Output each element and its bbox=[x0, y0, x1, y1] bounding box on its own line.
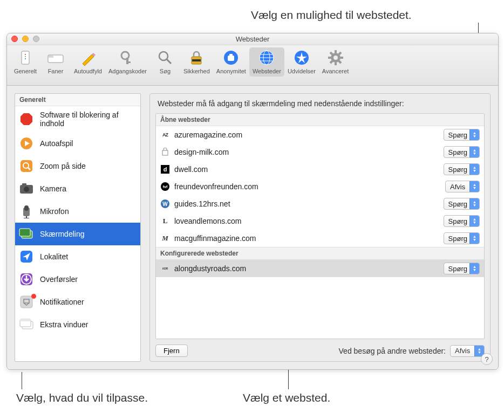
favicon-icon: M bbox=[160, 233, 170, 243]
sidebar-item-location[interactable]: Lokalitet bbox=[15, 245, 140, 268]
downloads-icon bbox=[18, 272, 35, 286]
svg-rect-44 bbox=[24, 205, 29, 211]
sidebar-item-zoom[interactable]: Zoom på side bbox=[15, 155, 140, 177]
site-name: guides.12hrs.net bbox=[174, 199, 439, 208]
toolbar-label: Udvidelser bbox=[288, 68, 316, 74]
svg-rect-37 bbox=[21, 160, 32, 172]
site-option-popup[interactable]: Spørg▲▼ bbox=[444, 215, 480, 227]
sidebar-item-stop[interactable]: Software til blokering af indhold bbox=[15, 106, 140, 132]
toolbar-item-passwords[interactable]: Adgangskoder bbox=[105, 47, 150, 77]
popup-arrows-icon: ▲▼ bbox=[469, 233, 479, 244]
sidebar-item-label: Ekstra vinduer bbox=[40, 320, 88, 329]
site-row[interactable]: AZazuremagazine.comSpørg▲▼ bbox=[156, 126, 484, 143]
callout-bottom-right: Vælg et websted. bbox=[243, 391, 330, 404]
toolbar-item-extensions[interactable]: Udvidelser bbox=[284, 47, 319, 77]
general-icon bbox=[16, 49, 35, 67]
search-icon bbox=[156, 49, 174, 67]
site-row[interactable]: Mmacguffinmagazine.comSpørg▲▼ bbox=[156, 230, 484, 247]
camera-icon bbox=[18, 182, 35, 196]
site-option-popup[interactable]: Spørg▲▼ bbox=[444, 198, 480, 210]
location-icon bbox=[18, 250, 35, 264]
sidebar-item-mic[interactable]: Mikrofon bbox=[15, 200, 140, 223]
popup-arrows-icon: ▲▼ bbox=[469, 216, 479, 226]
toolbar-label: Generelt bbox=[14, 68, 37, 74]
site-row[interactable]: design-milk.comSpørg▲▼ bbox=[156, 143, 484, 161]
maximize-icon[interactable] bbox=[33, 36, 39, 42]
site-row[interactable]: ADRalongdustyroads.comSpørg▲▼ bbox=[156, 260, 484, 277]
site-row[interactable]: fvffreundevonfreunden.comAfvis▲▼ bbox=[156, 178, 484, 195]
site-option-popup[interactable]: Spørg▲▼ bbox=[444, 129, 480, 141]
site-option-popup[interactable]: Spørg▲▼ bbox=[444, 263, 480, 274]
other-sites-popup[interactable]: Afvis ▲▼ bbox=[450, 345, 485, 357]
titlebar[interactable]: Websteder bbox=[7, 33, 498, 45]
help-button[interactable]: ? bbox=[481, 353, 493, 365]
open-sites-header: Åbne websteder bbox=[156, 114, 484, 126]
sidebar-item-camera[interactable]: Kamera bbox=[15, 177, 140, 200]
favicon-icon: fvf bbox=[160, 182, 170, 191]
minimize-icon[interactable] bbox=[22, 36, 29, 42]
site-row[interactable]: ddwell.comSpørg▲▼ bbox=[156, 161, 484, 178]
window-title: Websteder bbox=[236, 35, 270, 43]
sidebar-item-play[interactable]: Autoafspil bbox=[15, 132, 140, 155]
advanced-icon bbox=[326, 49, 345, 67]
toolbar-item-general[interactable]: Generelt bbox=[10, 47, 40, 77]
toolbar-item-advanced[interactable]: Avanceret bbox=[319, 47, 352, 77]
site-name: freundevonfreunden.com bbox=[174, 182, 441, 191]
sidebar-item-label: Skærmdeling bbox=[40, 230, 84, 238]
svg-line-33 bbox=[330, 61, 332, 63]
sidebar-item-notifications[interactable]: Notifikationer bbox=[15, 291, 140, 313]
configured-sites-header: Konfigurerede websteder bbox=[156, 247, 484, 260]
popup-arrows-icon: ▲▼ bbox=[469, 198, 479, 209]
play-icon bbox=[18, 136, 35, 150]
site-option-popup[interactable]: Afvis▲▼ bbox=[445, 181, 480, 192]
popup-label: Afvis bbox=[450, 183, 469, 191]
toolbar-item-autofill[interactable]: Autoudfyld bbox=[71, 47, 105, 77]
svg-rect-57 bbox=[162, 150, 168, 155]
site-option-popup[interactable]: Spørg▲▼ bbox=[444, 232, 480, 244]
favicon-icon: L bbox=[160, 216, 170, 226]
svg-rect-14 bbox=[228, 56, 234, 61]
toolbar-item-privacy[interactable]: Anonymitet bbox=[213, 47, 249, 77]
security-icon bbox=[187, 49, 206, 67]
site-row[interactable]: Wguides.12hrs.netSpørg▲▼ bbox=[156, 195, 484, 212]
popup-arrows-icon: ▲▼ bbox=[469, 147, 479, 157]
popup-label: Spørg bbox=[448, 265, 469, 273]
svg-rect-48 bbox=[19, 229, 30, 236]
svg-line-30 bbox=[330, 52, 332, 54]
toolbar-item-security[interactable]: Sikkerhed bbox=[180, 47, 213, 77]
popups-icon bbox=[18, 318, 35, 332]
svg-point-1 bbox=[25, 54, 26, 55]
site-row[interactable]: Lloveandlemons.comSpørg▲▼ bbox=[156, 212, 484, 230]
sidebar-item-label: Overførsler bbox=[40, 275, 78, 284]
toolbar-item-websites[interactable]: Websteder bbox=[249, 47, 284, 77]
sidebar-header: Generelt bbox=[15, 94, 140, 106]
toolbar-label: Adgangskoder bbox=[108, 68, 147, 74]
favicon-icon: AZ bbox=[160, 130, 170, 140]
close-icon[interactable] bbox=[11, 36, 18, 42]
sidebar-item-screenshare[interactable]: Skærmdeling bbox=[15, 223, 140, 245]
svg-rect-15 bbox=[229, 54, 233, 56]
favicon-icon: ADR bbox=[160, 264, 170, 273]
other-sites-label: Ved besøg på andre websteder: bbox=[339, 347, 446, 355]
svg-rect-42 bbox=[22, 183, 26, 185]
popup-arrows-icon: ▲▼ bbox=[469, 164, 479, 175]
svg-point-9 bbox=[159, 52, 168, 60]
sidebar-item-popups[interactable]: Ekstra vinduer bbox=[15, 313, 140, 336]
content: Generelt Software til blokering af indho… bbox=[7, 86, 498, 369]
favicon-icon: d bbox=[160, 164, 170, 174]
site-option-popup[interactable]: Spørg▲▼ bbox=[444, 146, 480, 158]
toolbar-item-tabs[interactable]: Faner bbox=[40, 47, 71, 77]
toolbar-label: Avanceret bbox=[322, 68, 349, 74]
site-option-popup[interactable]: Spørg▲▼ bbox=[444, 163, 480, 175]
remove-button[interactable]: Fjern bbox=[155, 345, 188, 357]
svg-rect-56 bbox=[20, 319, 31, 321]
tabs-icon bbox=[46, 49, 65, 67]
svg-marker-34 bbox=[21, 113, 32, 125]
sidebar-item-downloads[interactable]: Overførsler bbox=[15, 268, 140, 291]
svg-rect-0 bbox=[22, 51, 29, 64]
toolbar-item-search[interactable]: Søg bbox=[150, 47, 180, 77]
zoom-icon bbox=[18, 159, 35, 173]
sidebar-item-label: Notifikationer bbox=[40, 298, 84, 306]
callout-bottom-left: Vælg, hvad du vil tilpasse. bbox=[16, 391, 148, 404]
svg-point-41 bbox=[24, 187, 29, 192]
